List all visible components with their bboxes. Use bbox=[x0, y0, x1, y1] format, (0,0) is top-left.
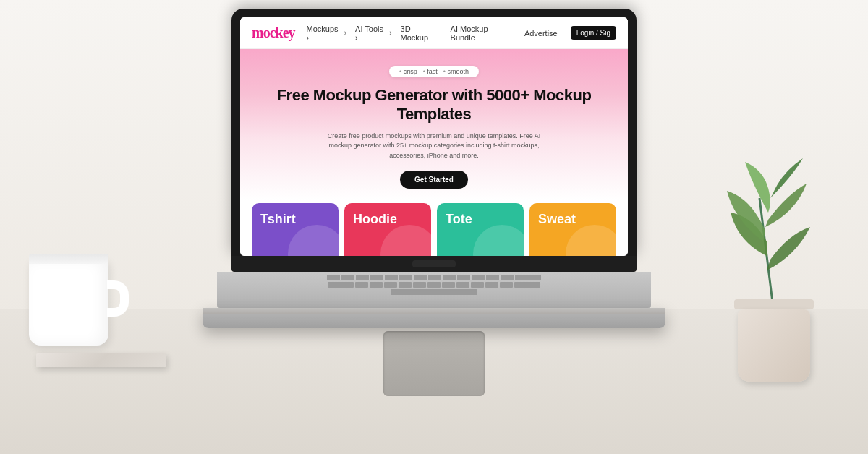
key bbox=[428, 275, 441, 280]
key bbox=[443, 275, 456, 280]
badge-smooth: smooth bbox=[443, 68, 469, 75]
nav-ai-tools[interactable]: AI Tools › bbox=[355, 25, 391, 42]
key bbox=[384, 282, 397, 288]
get-started-button[interactable]: Get Started bbox=[400, 171, 468, 189]
category-sweat[interactable]: Sweat bbox=[529, 203, 616, 256]
key bbox=[472, 275, 485, 280]
key bbox=[500, 282, 513, 288]
category-cards: Tshirt Hoodie Tote Sweat bbox=[240, 203, 628, 256]
badge-fast: fast bbox=[423, 68, 438, 75]
category-hoodie[interactable]: Hoodie bbox=[344, 203, 431, 256]
hero-badge: crisp fast smooth bbox=[389, 66, 479, 77]
key bbox=[471, 282, 484, 288]
key bbox=[355, 282, 368, 288]
plant-leaves bbox=[723, 155, 825, 314]
key bbox=[327, 275, 340, 280]
key bbox=[370, 275, 383, 280]
coffee-mug bbox=[29, 259, 109, 360]
key bbox=[486, 275, 499, 280]
scene: mockey Mockups › AI Tools › 3D Mockup AI… bbox=[0, 0, 868, 454]
plant-pot bbox=[738, 309, 810, 382]
badge-crisp: crisp bbox=[399, 68, 417, 75]
nav-links: Mockups › AI Tools › 3D Mockup AI Mockup… bbox=[307, 25, 559, 42]
plant-container bbox=[716, 299, 832, 382]
marble-coaster bbox=[36, 353, 166, 367]
mug-body bbox=[29, 259, 109, 346]
key bbox=[341, 275, 354, 280]
category-tote[interactable]: Tote bbox=[437, 203, 524, 256]
key bbox=[515, 275, 541, 280]
mug-handle bbox=[107, 280, 129, 317]
key bbox=[456, 282, 469, 288]
keyboard-rows bbox=[217, 272, 651, 299]
tote-label: Tote bbox=[446, 212, 472, 227]
spacebar bbox=[391, 289, 477, 295]
website-content: mockey Mockups › AI Tools › 3D Mockup AI… bbox=[240, 17, 628, 256]
laptop-bezel: mockey Mockups › AI Tools › 3D Mockup AI… bbox=[231, 9, 637, 256]
hero-subtitle: Create free product mockups with premium… bbox=[318, 132, 550, 161]
nav-advertise[interactable]: Advertise bbox=[524, 25, 559, 42]
mug-rim bbox=[29, 254, 109, 264]
hoodie-label: Hoodie bbox=[353, 212, 397, 227]
key bbox=[427, 282, 441, 288]
key bbox=[328, 282, 354, 288]
key bbox=[399, 282, 412, 288]
key bbox=[514, 282, 540, 288]
key bbox=[385, 275, 398, 280]
website-nav: mockey Mockups › AI Tools › 3D Mockup AI… bbox=[240, 17, 628, 49]
laptop: mockey Mockups › AI Tools › 3D Mockup AI… bbox=[195, 9, 673, 396]
key bbox=[442, 282, 455, 288]
nav-logo: mockey bbox=[252, 25, 295, 41]
nav-mockups[interactable]: Mockups › bbox=[307, 25, 347, 42]
hero-title: Free Mockup Generator with 5000+ Mockup … bbox=[252, 86, 616, 124]
pot-rim bbox=[734, 299, 814, 309]
key bbox=[501, 275, 514, 280]
sweat-label: Sweat bbox=[538, 212, 576, 227]
hero-section: crisp fast smooth Free Mockup Generator … bbox=[240, 49, 628, 200]
nav-login-button[interactable]: Login / Sig bbox=[571, 26, 616, 40]
key bbox=[399, 275, 412, 280]
key bbox=[457, 275, 470, 280]
key-row-1 bbox=[223, 275, 645, 280]
laptop-keyboard bbox=[217, 272, 651, 308]
laptop-base bbox=[203, 308, 665, 328]
category-tshirt[interactable]: Tshirt bbox=[252, 203, 339, 256]
nav-ai-bundle[interactable]: AI Mockup Bundle bbox=[451, 25, 516, 42]
key bbox=[370, 282, 383, 288]
key-row-2 bbox=[223, 282, 645, 288]
tshirt-label: Tshirt bbox=[260, 212, 296, 227]
key bbox=[414, 275, 427, 280]
key bbox=[485, 282, 498, 288]
key bbox=[356, 275, 369, 280]
laptop-chin bbox=[231, 256, 637, 272]
key-row-3 bbox=[223, 289, 645, 295]
trackpad[interactable] bbox=[383, 331, 485, 396]
key bbox=[413, 282, 426, 288]
laptop-screen: mockey Mockups › AI Tools › 3D Mockup AI… bbox=[240, 17, 628, 256]
nav-3d-mockup[interactable]: 3D Mockup bbox=[401, 25, 442, 42]
laptop-screen-container: mockey Mockups › AI Tools › 3D Mockup AI… bbox=[231, 9, 637, 272]
